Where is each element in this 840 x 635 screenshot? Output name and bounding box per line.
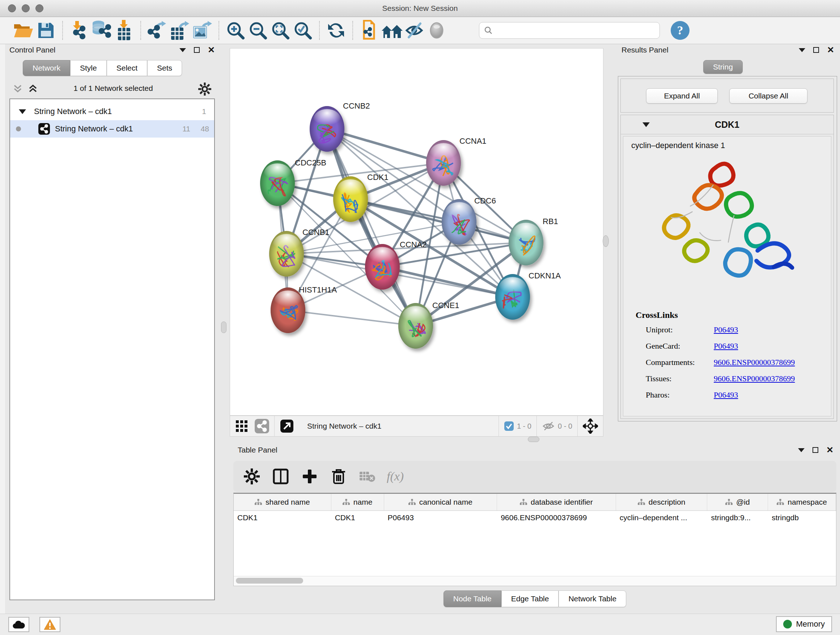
edge-HIST1H1A-CCNE1[interactable] xyxy=(288,310,416,326)
zoom-out-button[interactable] xyxy=(247,19,269,42)
table-settings-button[interactable] xyxy=(242,467,262,486)
collapse-all-button[interactable]: Collapse All xyxy=(729,88,807,103)
crosslink-link[interactable]: P06493 xyxy=(714,390,738,400)
search-input[interactable] xyxy=(493,23,660,38)
edge-CCNB2-CCNA1[interactable] xyxy=(327,129,444,163)
zoom-fit-button[interactable] xyxy=(269,19,292,42)
column-header-shared-name[interactable]: shared name xyxy=(234,494,332,510)
left-splitter-handle[interactable] xyxy=(221,321,226,333)
crosslink-link[interactable]: P06493 xyxy=(714,325,738,334)
node-label: CCNA1 xyxy=(459,136,486,146)
warning-button[interactable] xyxy=(39,617,60,632)
cloud-button[interactable] xyxy=(8,617,29,632)
table-cell[interactable]: P06493 xyxy=(384,510,497,525)
node-CCNA1[interactable]: CCNA1 xyxy=(426,136,486,186)
float-panel-icon[interactable] xyxy=(813,47,819,53)
tab-edge-table[interactable]: Edge Table xyxy=(501,591,559,607)
hidden-eye-icon[interactable] xyxy=(542,421,555,432)
crosslink-link[interactable]: 9606.ENSP00000378699 xyxy=(714,374,795,383)
protein-header[interactable]: CDK1 xyxy=(621,115,834,134)
zoom-in-button[interactable] xyxy=(224,19,247,42)
panel-menu-icon[interactable] xyxy=(798,448,805,452)
table-row[interactable]: CDK1CDK1P064939606.ENSP00000378699cyclin… xyxy=(234,510,836,525)
horizontal-scrollbar[interactable] xyxy=(234,576,836,586)
edge-CCNA2-CDKN1A[interactable] xyxy=(382,267,513,297)
node-CDKN1A[interactable]: CDKN1A xyxy=(495,271,561,320)
tab-select[interactable]: Select xyxy=(107,60,147,76)
string-import-button[interactable] xyxy=(358,19,381,42)
column-header-name[interactable]: name xyxy=(332,494,384,510)
node-RB1[interactable]: RB1 xyxy=(508,217,558,265)
zoom-selected-button[interactable] xyxy=(292,19,314,42)
import-table-file-button[interactable] xyxy=(113,19,135,42)
table-cell[interactable]: CDK1 xyxy=(234,510,332,525)
memory-button[interactable]: Memory xyxy=(776,616,832,632)
collapse-triangle-icon[interactable] xyxy=(19,109,26,114)
grid-view-icon[interactable] xyxy=(235,420,248,432)
edge-CCNB2-CCNE1[interactable] xyxy=(327,129,416,326)
save-session-button[interactable] xyxy=(35,19,57,42)
table-cell[interactable]: 9606.ENSP00000378699 xyxy=(497,510,616,525)
node-HIST1H1A[interactable]: HIST1H1A xyxy=(271,285,337,333)
show-columns-button[interactable] xyxy=(271,467,291,486)
network-canvas[interactable]: CCNB2CCNA1CDC25BCDK1CDC6RB1CCNB1CCNA2CDK… xyxy=(230,48,603,416)
float-panel-icon[interactable] xyxy=(194,47,200,53)
structure-sphere-button[interactable] xyxy=(425,19,448,42)
export-image-button[interactable] xyxy=(191,19,213,42)
network-collection-row[interactable]: String Network – cdk1 1 xyxy=(10,103,214,120)
edge-CDK1-RB1[interactable] xyxy=(351,199,526,242)
network-row[interactable]: String Network – cdk1 11 48 xyxy=(10,120,214,138)
column-header-description[interactable]: description xyxy=(616,494,707,510)
node-CCNE1[interactable]: CCNE1 xyxy=(398,301,459,348)
gear-icon[interactable] xyxy=(198,82,211,96)
float-panel-icon[interactable] xyxy=(813,447,818,453)
table-cell[interactable]: stringdb:9... xyxy=(707,510,768,525)
help-button[interactable]: ? xyxy=(671,21,690,40)
column-header-database-identifier[interactable]: database identifier xyxy=(497,494,616,510)
crosslink-link[interactable]: P06493 xyxy=(714,341,738,351)
column-header-namespace[interactable]: namespace xyxy=(768,494,836,510)
tab-sets[interactable]: Sets xyxy=(147,60,182,76)
glass-ball-effect-button[interactable] xyxy=(403,19,425,42)
function-builder-icon[interactable]: f(x) xyxy=(387,470,404,483)
protein-name: CDK1 xyxy=(621,115,834,134)
crosslink-link[interactable]: 9606.ENSP00000378699 xyxy=(714,358,795,367)
delete-table-button[interactable] xyxy=(358,467,377,486)
tab-string[interactable]: String xyxy=(703,60,743,74)
table-cell[interactable]: cyclin–dependent ... xyxy=(616,510,707,525)
share-view-icon[interactable] xyxy=(255,419,269,433)
tab-network[interactable]: Network xyxy=(23,60,70,76)
create-column-button[interactable] xyxy=(300,467,319,486)
close-panel-icon[interactable]: ✕ xyxy=(208,47,215,53)
node-CCNB2[interactable]: CCNB2 xyxy=(309,101,370,152)
import-network-file-button[interactable] xyxy=(68,19,90,42)
close-panel-icon[interactable]: ✕ xyxy=(826,447,834,453)
column-header--id[interactable]: @id xyxy=(707,494,768,510)
right-splitter-handle[interactable] xyxy=(603,235,609,247)
tab-node-table[interactable]: Node Table xyxy=(444,591,501,607)
tab-network-table[interactable]: Network Table xyxy=(559,591,626,607)
string-home-button[interactable] xyxy=(381,19,403,42)
column-header-canonical-name[interactable]: canonical name xyxy=(384,494,497,510)
expand-all-button[interactable]: Expand All xyxy=(646,88,718,103)
import-network-database-button[interactable] xyxy=(90,19,113,42)
open-session-button[interactable] xyxy=(12,19,35,42)
panel-menu-icon[interactable] xyxy=(799,48,805,52)
table-cell[interactable]: stringdb xyxy=(768,510,836,525)
crosshair-pan-icon[interactable] xyxy=(583,418,598,434)
birdseye-view-icon[interactable] xyxy=(279,419,294,433)
table-tabs: Node TableEdge TableNetwork Table xyxy=(230,591,840,607)
node-CDK1[interactable]: CDK1 xyxy=(333,173,388,222)
panel-menu-icon[interactable] xyxy=(180,48,186,52)
delete-column-button[interactable] xyxy=(329,467,348,486)
tab-style[interactable]: Style xyxy=(70,60,107,76)
table-cell[interactable]: CDK1 xyxy=(332,510,384,525)
scrollbar-thumb[interactable] xyxy=(236,578,303,584)
search-box[interactable] xyxy=(479,22,660,39)
apply-preferred-layout-button[interactable] xyxy=(325,19,347,42)
selected-checkbox-icon[interactable] xyxy=(504,421,514,431)
export-table-button[interactable] xyxy=(169,19,191,42)
export-network-button[interactable] xyxy=(146,19,169,42)
bottom-splitter-handle[interactable] xyxy=(528,437,539,442)
close-panel-icon[interactable]: ✕ xyxy=(827,47,834,53)
